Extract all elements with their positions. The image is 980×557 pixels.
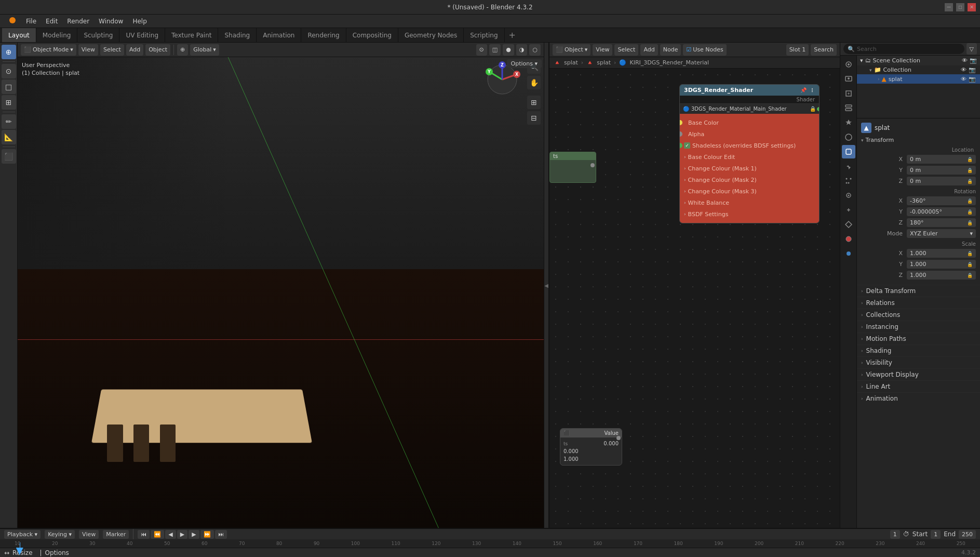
tab-compositing[interactable]: Compositing xyxy=(346,28,398,42)
tool-select-box[interactable]: □ xyxy=(2,79,16,94)
visibility-section[interactable]: › Visibility xyxy=(857,356,980,368)
shadeless-checkbox[interactable]: ✓ xyxy=(684,142,690,149)
scene-eye-icon[interactable]: 👁 xyxy=(962,57,968,64)
props-tab-constraints[interactable] xyxy=(842,203,855,217)
props-tab-data[interactable] xyxy=(842,218,855,231)
next-frame-button[interactable]: ⏩ xyxy=(200,530,214,539)
tab-scripting[interactable]: Scripting xyxy=(464,28,504,42)
prev-keyframe-button[interactable]: ◀ xyxy=(165,530,176,539)
node-row-change-colour-1[interactable]: › Change Colour (Mask 1) xyxy=(680,163,819,174)
play-button[interactable]: ▶ xyxy=(177,530,187,539)
location-y-field[interactable]: 0 m 🔒 xyxy=(907,166,976,175)
outliner-splat-item[interactable]: › ▲ splat 👁 📷 xyxy=(857,74,980,84)
use-nodes-toggle[interactable]: ☑ Use Nodes xyxy=(683,44,726,56)
add-menu[interactable]: Add xyxy=(126,44,143,56)
tab-shading[interactable]: Shading xyxy=(218,28,257,42)
rotation-y-field[interactable]: -0.000005° 🔒 xyxy=(907,207,976,216)
node-row-base-colour-edit[interactable]: › Base Colour Edit xyxy=(680,151,819,163)
tool-cursor[interactable]: ⊙ xyxy=(2,64,16,78)
props-tab-particles[interactable] xyxy=(842,174,855,188)
rotation-x-field[interactable]: -360° 🔒 xyxy=(907,196,976,205)
resize-handle[interactable]: ↔ xyxy=(4,549,9,556)
relations-section[interactable]: › Relations xyxy=(857,297,980,309)
marker-menu[interactable]: Marker xyxy=(103,530,129,539)
tool-measure[interactable]: 📐 xyxy=(2,130,16,144)
keying-menu[interactable]: Keying ▾ xyxy=(45,530,75,539)
props-tab-object[interactable] xyxy=(842,145,855,158)
props-tab-modifier[interactable] xyxy=(842,160,855,173)
end-frame-field[interactable]: 250 xyxy=(959,530,976,539)
shading-section[interactable]: › Shading xyxy=(857,344,980,356)
props-tab-scene[interactable] xyxy=(842,58,855,71)
props-tab-world[interactable] xyxy=(842,130,855,144)
scale-z-field[interactable]: 1.000 🔒 xyxy=(907,271,976,280)
scene-render-icon[interactable]: 📷 xyxy=(970,57,977,64)
node-slot-dropdown[interactable]: Slot 1 xyxy=(786,44,809,56)
view-menu[interactable]: View xyxy=(78,44,98,56)
tool-transform[interactable]: ⊞ xyxy=(2,95,16,110)
node-view-menu[interactable]: View xyxy=(593,44,612,56)
pan-button[interactable]: ✋ xyxy=(527,76,541,89)
rotation-z-field[interactable]: 180° 🔒 xyxy=(907,218,976,227)
viewport-display-section[interactable]: › Viewport Display xyxy=(857,368,980,380)
jump-start-button[interactable]: ⏮ xyxy=(138,530,150,539)
menu-render[interactable]: Render xyxy=(63,17,93,26)
add-workspace-button[interactable]: + xyxy=(505,28,520,42)
collections-section[interactable]: › Collections xyxy=(857,309,980,321)
select-menu[interactable]: Select xyxy=(100,44,124,56)
outliner-collection-item[interactable]: ▾ 📁 Collection 👁 📷 xyxy=(857,65,980,74)
rotate-button[interactable]: ⊞ xyxy=(527,96,541,109)
viewport-3d[interactable]: User Perspective (1) Collection | splat … xyxy=(18,57,544,528)
transform-gizmo-toggle[interactable]: ⊕ xyxy=(177,44,188,56)
minimize-button[interactable]: ─ xyxy=(945,3,953,11)
menu-blender[interactable] xyxy=(4,15,21,27)
close-button[interactable]: ✕ xyxy=(968,3,976,11)
overlay-btn[interactable]: ⊙ xyxy=(476,44,487,56)
start-frame-field[interactable]: 1 xyxy=(931,530,941,539)
location-z-field[interactable]: 0 m 🔒 xyxy=(907,177,976,185)
tool-move[interactable]: ⊕ xyxy=(2,45,16,59)
collection-render[interactable]: 📷 xyxy=(969,67,976,73)
shading-render[interactable]: ○ xyxy=(529,44,541,56)
transform-header[interactable]: ▾ Transform xyxy=(857,135,980,145)
node-canvas[interactable]: 3DGS_Render_Shader 📌 ⋮ Shader 🔵 3DGS_Ren… xyxy=(549,69,840,528)
maximize-button[interactable]: □ xyxy=(956,3,964,11)
props-tab-view[interactable] xyxy=(842,101,855,115)
props-tab-render[interactable] xyxy=(842,72,855,86)
menu-help[interactable]: Help xyxy=(128,17,151,26)
node-add-menu[interactable]: Add xyxy=(640,44,657,56)
splat-render[interactable]: 📷 xyxy=(969,76,976,83)
location-x-field[interactable]: 0 m 🔒 xyxy=(907,155,976,164)
node-row-bsdf-settings[interactable]: › BSDF Settings xyxy=(680,208,819,220)
props-tab-material[interactable] xyxy=(842,232,855,246)
transform-dropdown[interactable]: Global ▾ xyxy=(190,44,219,56)
xray-btn[interactable]: ◫ xyxy=(489,44,501,56)
menu-file[interactable]: File xyxy=(22,17,41,26)
node-row-change-colour-3[interactable]: › Change Colour (Mask 3) xyxy=(680,185,819,197)
current-frame-field[interactable]: 1 xyxy=(890,530,900,539)
instancing-section[interactable]: › Instancing xyxy=(857,321,980,333)
viewport-options-button[interactable]: Options ▾ xyxy=(507,59,542,68)
node-row-white-balance[interactable]: › White Balance xyxy=(680,197,819,208)
right-search-box[interactable]: 🔍 Search xyxy=(843,44,964,54)
node-search[interactable]: Search xyxy=(811,44,837,56)
tab-texture-paint[interactable]: Texture Paint xyxy=(165,28,218,42)
jump-end-button[interactable]: ⏭ xyxy=(215,530,227,539)
node-editor-object-dropdown[interactable]: ⬛ Object ▾ xyxy=(553,44,590,56)
rotation-mode-dropdown[interactable]: XYZ Euler ▾ xyxy=(907,229,976,238)
object-menu[interactable]: Object xyxy=(145,44,170,56)
timeline-view-menu[interactable]: View xyxy=(79,530,99,539)
menu-edit[interactable]: Edit xyxy=(42,17,62,26)
shading-solid[interactable]: ● xyxy=(503,44,514,56)
playback-menu[interactable]: Playback ▾ xyxy=(4,530,41,539)
tool-add-cube[interactable]: ⬛ xyxy=(2,149,16,164)
props-tab-physics[interactable] xyxy=(842,189,855,202)
shader-node[interactable]: 3DGS_Render_Shader 📌 ⋮ Shader 🔵 3DGS_Ren… xyxy=(679,84,820,223)
node-node-menu[interactable]: Node xyxy=(660,44,681,56)
value-node[interactable]: ⬛ Value ts 0.000 0.000 xyxy=(560,428,622,466)
menu-window[interactable]: Window xyxy=(95,17,127,26)
tab-layout[interactable]: Layout xyxy=(2,28,36,42)
props-tab-shader[interactable] xyxy=(842,247,855,260)
tab-modeling[interactable]: Modeling xyxy=(36,28,78,42)
props-tab-scene2[interactable] xyxy=(842,116,855,129)
